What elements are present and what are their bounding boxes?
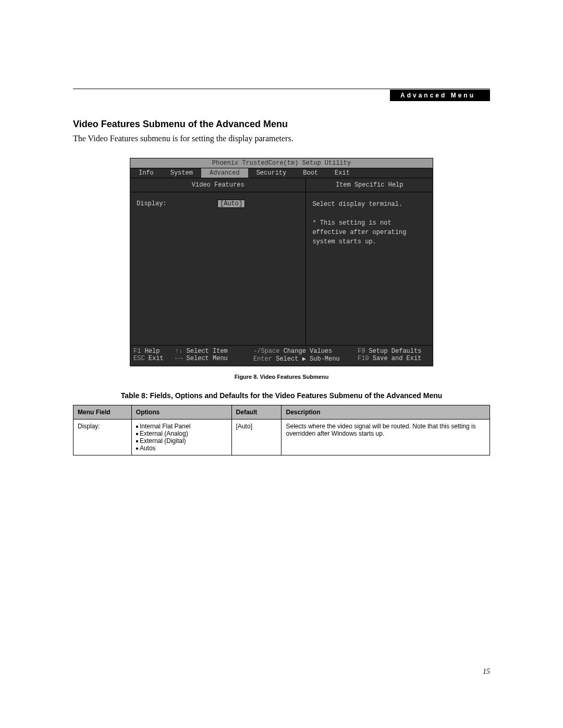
option-item: Internal Flat Panel	[136, 423, 227, 430]
bios-display-label: Display:	[137, 200, 217, 207]
bios-key-f1: F1	[133, 348, 141, 355]
bios-help-text: Select display terminal. * This setting …	[306, 192, 433, 345]
cell-default: [Auto]	[231, 419, 282, 455]
cell-description: Selects where the video signal will be r…	[282, 419, 490, 455]
bios-menu-system[interactable]: System	[162, 168, 201, 178]
bios-right-pane: Item Specific Help Select display termin…	[306, 178, 433, 345]
table-title: Table 8: Fields, Options and Defaults fo…	[73, 391, 490, 400]
bios-key-leftright: ←→	[175, 355, 182, 362]
top-horizontal-rule	[73, 89, 490, 89]
bios-menu-bar: Info System Advanced Security Boot Exit	[130, 168, 433, 178]
table-row: Display: Internal Flat Panel External (A…	[74, 419, 490, 455]
bios-footer-row1: F1 Help ↑↓ Select Item -/Space Change Va…	[133, 348, 430, 355]
bios-key-updown: ↑↓	[175, 348, 182, 355]
cell-options: Internal Flat Panel External (Analog) Ex…	[131, 419, 231, 455]
th-description: Description	[282, 405, 490, 419]
th-options: Options	[131, 405, 231, 419]
figure-caption: Figure 8. Video Features Submenu	[73, 374, 490, 380]
option-item: Autos	[136, 445, 227, 452]
bios-key-enter: Enter	[253, 355, 272, 363]
cell-menu-field: Display:	[74, 419, 132, 455]
bios-action-select-submenu: Select ▶ Sub-Menu	[276, 355, 339, 363]
section-heading: Video Features Submenu of the Advanced M…	[73, 119, 490, 130]
bios-left-pane-title: Video Features	[130, 178, 305, 192]
bios-help-line1: Select display terminal.	[312, 200, 426, 209]
bios-action-help: Help	[145, 348, 160, 355]
bios-action-select-item: Select Item	[187, 348, 228, 355]
bios-key-esc: ESC	[133, 355, 145, 362]
section-intro-text: The Video Features submenu is for settin…	[73, 134, 490, 143]
bios-right-pane-title: Item Specific Help	[306, 178, 433, 192]
option-item: External (Digital)	[136, 437, 227, 445]
page-number: 15	[483, 668, 490, 676]
bios-key-f9: F9	[358, 348, 365, 355]
bios-help-note: * This setting is not effective after op…	[312, 218, 426, 246]
th-menu-field: Menu Field	[74, 405, 132, 419]
bios-action-setup-defaults: Setup Defaults	[369, 348, 422, 355]
bios-menu-security[interactable]: Security	[248, 168, 295, 178]
bios-screenshot: Phoenix TrustedCore(tm) Setup Utility In…	[130, 158, 433, 366]
bios-key-space: -/Space	[253, 348, 279, 355]
table-header-row: Menu Field Options Default Description	[74, 405, 490, 419]
bios-menu-info[interactable]: Info	[130, 168, 162, 178]
bios-title-bar: Phoenix TrustedCore(tm) Setup Utility	[130, 158, 433, 168]
bios-action-select-menu: Select Menu	[187, 355, 228, 362]
bios-body: Video Features Display: [Auto] Item Spec…	[130, 178, 433, 346]
section-badge: Advanced Menu	[390, 90, 490, 101]
bios-footer-row2: ESC Exit ←→ Select Menu Enter Select ▶ S…	[133, 355, 430, 363]
bios-display-value[interactable]: [Auto]	[217, 200, 245, 208]
bios-left-pane: Video Features Display: [Auto]	[130, 178, 306, 345]
features-table: Menu Field Options Default Description D…	[73, 405, 490, 455]
bios-left-content: Display: [Auto]	[130, 192, 305, 345]
bios-action-exit: Exit	[149, 355, 164, 362]
th-default: Default	[231, 405, 282, 419]
bios-menu-advanced[interactable]: Advanced	[201, 168, 248, 178]
bios-menu-boot[interactable]: Boot	[295, 168, 326, 178]
bios-footer: F1 Help ↑↓ Select Item -/Space Change Va…	[130, 346, 433, 366]
option-item: External (Analog)	[136, 430, 227, 437]
bios-setting-row-display[interactable]: Display: [Auto]	[137, 200, 299, 208]
bios-action-change-values: Change Values	[284, 348, 333, 355]
bios-action-save-exit: Save and Exit	[373, 355, 422, 362]
document-page: Advanced Menu Video Features Submenu of …	[0, 0, 563, 728]
bios-menu-exit[interactable]: Exit	[326, 168, 358, 178]
bios-key-f10: F10	[358, 355, 369, 362]
